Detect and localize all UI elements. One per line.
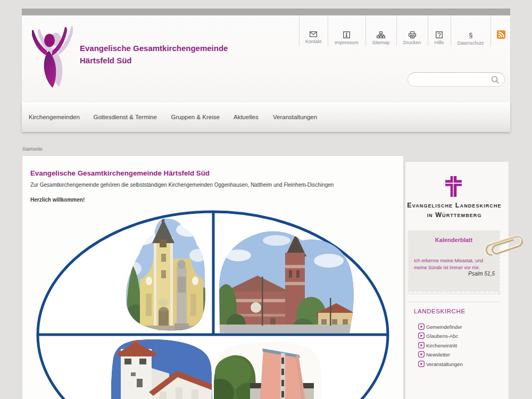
svg-text:§: § [469,31,472,39]
